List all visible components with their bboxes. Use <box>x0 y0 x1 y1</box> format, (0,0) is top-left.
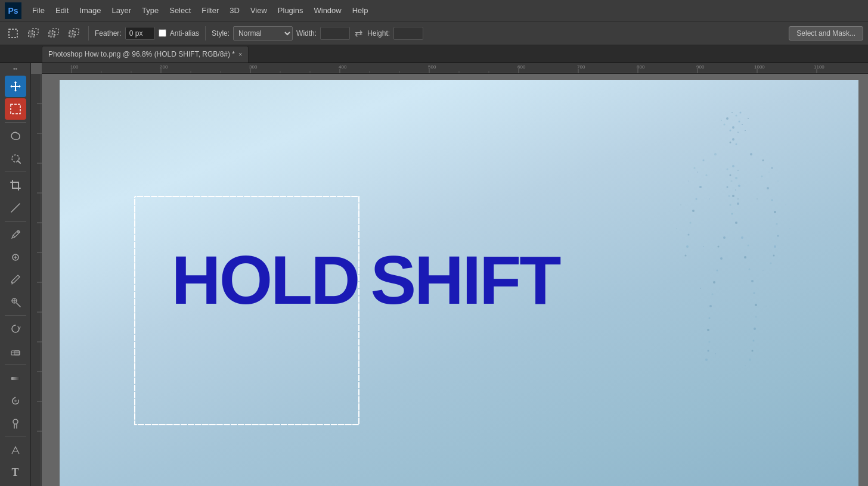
svg-line-11 <box>11 211 13 212</box>
select-mask-button[interactable]: Select and Mask... <box>789 26 863 40</box>
height-input[interactable] <box>393 27 423 40</box>
svg-point-89 <box>771 167 773 169</box>
menu-view[interactable]: View <box>246 4 272 17</box>
close-tab-button[interactable]: × <box>238 51 242 58</box>
svg-point-122 <box>717 270 718 272</box>
svg-point-82 <box>736 144 737 145</box>
svg-point-134 <box>754 292 755 294</box>
svg-point-143 <box>757 198 758 200</box>
svg-point-136 <box>755 316 757 318</box>
menu-edit[interactable]: Edit <box>51 4 73 17</box>
toolbar-handle: •• <box>13 66 17 72</box>
svg-point-105 <box>688 234 690 236</box>
svg-text:100: 100 <box>70 64 79 70</box>
svg-point-112 <box>776 223 778 225</box>
eraser-tool[interactable] <box>5 341 26 362</box>
svg-point-127 <box>707 329 709 331</box>
particle-figure <box>608 80 858 486</box>
menu-file[interactable]: File <box>27 4 49 17</box>
blur-tool[interactable] <box>5 390 26 412</box>
heal-tool[interactable] <box>5 247 26 268</box>
svg-point-147 <box>700 288 701 289</box>
svg-point-94 <box>738 185 740 187</box>
separator3 <box>5 221 26 222</box>
feather-input[interactable] <box>125 27 155 40</box>
svg-point-149 <box>715 353 716 354</box>
menu-select[interactable]: Select <box>165 4 196 17</box>
width-label: Width: <box>296 29 317 38</box>
svg-point-125 <box>709 305 712 307</box>
menu-layer[interactable]: Layer <box>107 4 137 17</box>
swap-dimensions-btn[interactable]: ⇄ <box>354 27 364 39</box>
separator4 <box>5 315 26 316</box>
svg-text:700: 700 <box>577 64 585 70</box>
svg-point-153 <box>680 204 681 205</box>
clone-stamp-tool[interactable] <box>5 291 26 313</box>
new-selection-btn[interactable] <box>5 25 21 42</box>
svg-point-120 <box>748 245 749 247</box>
feather-label: Feather: <box>95 29 122 38</box>
style-select[interactable]: Normal Fixed Ratio Fixed Size <box>233 26 293 40</box>
menu-filter[interactable]: Filter <box>197 4 224 17</box>
svg-point-130 <box>705 359 708 361</box>
svg-point-157 <box>727 169 728 170</box>
eyedropper-tool[interactable] <box>5 224 26 245</box>
separator5 <box>5 364 26 365</box>
history-brush-tool[interactable] <box>5 318 26 339</box>
svg-point-133 <box>751 280 754 282</box>
svg-point-95 <box>732 195 734 197</box>
menu-window[interactable]: Window <box>309 4 346 17</box>
svg-text:300: 300 <box>249 64 258 70</box>
separator6 <box>5 437 26 437</box>
gradient-tool[interactable] <box>5 367 26 389</box>
move-tool[interactable] <box>5 76 26 97</box>
subtract-selection-btn[interactable] <box>45 25 62 42</box>
svg-point-109 <box>767 187 769 189</box>
svg-point-138 <box>753 340 755 342</box>
document-tab[interactable]: Photoshop How to.png @ 96.8% (HOLD SHIFT… <box>42 46 249 63</box>
svg-point-91 <box>730 175 731 176</box>
menu-help[interactable]: Help <box>348 4 373 17</box>
svg-point-129 <box>708 350 709 352</box>
lasso-tool[interactable] <box>5 125 26 147</box>
menu-plugins[interactable]: Plugins <box>273 4 308 17</box>
svg-point-107 <box>685 255 687 257</box>
svg-point-135 <box>755 304 757 306</box>
add-selection-btn[interactable] <box>25 25 42 42</box>
svg-point-132 <box>749 269 751 270</box>
crop-tool[interactable] <box>5 175 26 196</box>
main-layout: •• <box>0 63 868 486</box>
svg-text:400: 400 <box>339 64 347 70</box>
svg-point-90 <box>732 165 734 167</box>
measure-tool[interactable] <box>5 197 26 219</box>
canvas-area[interactable]: 100 200 300 400 500 <box>31 63 868 486</box>
svg-point-160 <box>735 189 736 191</box>
pen-tool[interactable] <box>5 440 26 461</box>
svg-point-80 <box>737 132 739 133</box>
type-tool[interactable]: T <box>5 462 26 484</box>
dodge-tool[interactable] <box>5 413 26 434</box>
svg-point-156 <box>789 228 790 229</box>
anti-alias-checkbox[interactable] <box>159 29 166 37</box>
marquee-tool[interactable] <box>5 98 26 120</box>
svg-text:900: 900 <box>696 64 705 70</box>
svg-point-79 <box>721 120 722 121</box>
brush-tool[interactable] <box>5 269 26 291</box>
intersect-selection-btn[interactable] <box>66 25 82 42</box>
svg-point-101 <box>699 186 702 188</box>
svg-point-102 <box>696 198 698 200</box>
menu-image[interactable]: Image <box>75 4 106 17</box>
svg-text:1000: 1000 <box>754 64 765 70</box>
canvas-image[interactable]: HOLD SHIFT <box>60 80 858 486</box>
options-bar: Feather: Anti-alias Style: Normal Fixed … <box>0 21 868 45</box>
width-input[interactable] <box>320 27 350 40</box>
svg-rect-0 <box>9 29 17 38</box>
svg-point-145 <box>703 246 704 247</box>
svg-point-152 <box>777 180 779 182</box>
quick-select-tool[interactable] <box>5 148 26 169</box>
svg-point-128 <box>709 341 711 343</box>
menu-type[interactable]: Type <box>137 4 163 17</box>
svg-point-113 <box>777 235 779 237</box>
menu-3d[interactable]: 3D <box>225 4 244 17</box>
svg-rect-18 <box>14 351 20 355</box>
